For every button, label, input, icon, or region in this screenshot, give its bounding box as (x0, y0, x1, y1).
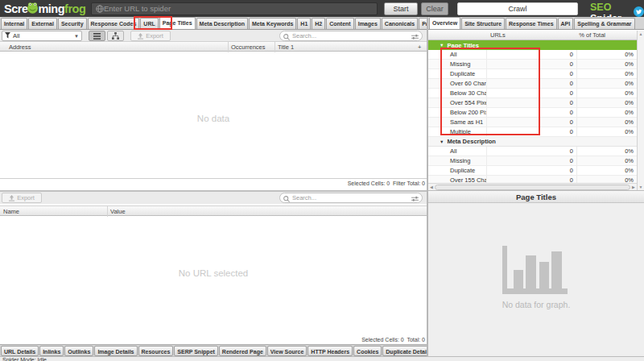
overview-row[interactable]: Over 155 Characters00% (428, 176, 637, 183)
collapse-triangle-icon: ▼ (440, 139, 444, 144)
overview-row[interactable]: Missing00% (428, 156, 637, 166)
tab-internal[interactable]: Internal (1, 18, 27, 29)
tab-page-titles[interactable]: Page Titles (159, 17, 196, 29)
tab-images[interactable]: Images (355, 18, 381, 29)
tree-view-button[interactable] (107, 31, 124, 41)
upper-search-box (279, 31, 423, 41)
lower-search-input[interactable] (292, 194, 409, 201)
search-options-icon[interactable] (411, 191, 419, 205)
overview-row[interactable]: Below 30 Characters00% (428, 89, 637, 98)
add-column-button[interactable]: + (418, 44, 421, 51)
scrollbar-thumb[interactable] (435, 185, 630, 190)
tab-canonicals[interactable]: Canonicals (382, 18, 418, 29)
overview-row[interactable]: Duplicate00% (428, 69, 637, 79)
overview-name-column (428, 31, 489, 39)
upper-table-header: Address Occurrences Title 1 + (0, 41, 427, 52)
tab-rendered-page[interactable]: Rendered Page (219, 346, 266, 356)
tab-url-details[interactable]: URL Details (1, 346, 39, 356)
upper-empty-message: No data (0, 114, 427, 123)
graph-empty-message: No data for graph. (428, 300, 644, 309)
tab-view-source[interactable]: View Source (267, 346, 308, 356)
column-divider (275, 42, 275, 52)
lower-toolbar: Export (0, 192, 427, 204)
tab-pagination[interactable]: Pagination (419, 18, 427, 29)
right-tab-bar: Overview Site Structure Response Times A… (428, 17, 644, 30)
collapse-triangle-icon: ▼ (440, 43, 444, 48)
overview-horizontal-scrollbar[interactable]: ◀ ▶ (428, 183, 637, 190)
overview-vertical-scrollbar[interactable]: ▲ ▼ (637, 31, 644, 190)
tab-external[interactable]: External (28, 18, 57, 29)
tab-image-details[interactable]: Image Details (94, 346, 137, 356)
tab-api[interactable]: API (558, 18, 574, 29)
scroll-down-icon[interactable]: ▼ (638, 184, 644, 190)
tab-spelling-grammar[interactable]: Spelling & Grammar (574, 18, 634, 29)
export-button[interactable]: Export (130, 31, 171, 41)
tab-duplicate-details[interactable]: Duplicate Details (382, 346, 427, 356)
frog-icon (27, 2, 38, 16)
lower-export-button[interactable]: Export (2, 193, 42, 203)
column-title1[interactable]: Title 1 (278, 44, 294, 51)
logo-text-mid: ming (38, 2, 64, 15)
tab-meta-keywords[interactable]: Meta Keywords (249, 18, 296, 29)
spider-mode-status: Spider Mode: Idle (2, 357, 47, 361)
upper-toolbar: All ▼ Export (0, 30, 427, 42)
crawl-mode-select[interactable]: Crawl (457, 2, 578, 15)
tab-overview[interactable]: Overview (429, 17, 460, 29)
section-title: Page Titles (447, 42, 478, 49)
upper-search-input[interactable] (292, 32, 409, 39)
scroll-left-icon[interactable]: ◀ (428, 185, 435, 189)
tab-url[interactable]: URL (140, 18, 158, 29)
column-address[interactable]: Address (9, 44, 31, 51)
brand-seo: SEO (590, 2, 611, 13)
column-occurrences[interactable]: Occurrences (231, 44, 266, 51)
upper-status: Selected Cells: 0 Filter Total: 0 (0, 180, 425, 186)
overview-row[interactable]: Over 554 Pixels00% (428, 98, 637, 108)
scroll-up-icon[interactable]: ▲ (638, 31, 644, 37)
tab-response-times[interactable]: Response Times (506, 18, 557, 29)
tab-serp-snippet[interactable]: SERP Snippet (174, 346, 218, 356)
tab-resources[interactable]: Resources (138, 346, 174, 356)
tab-meta-description[interactable]: Meta Description (196, 18, 248, 29)
overview-row[interactable]: Over 60 Characters00% (428, 79, 637, 89)
status-bar: Spider Mode: Idle (0, 356, 644, 361)
overview-row[interactable]: Multiple00% (428, 127, 637, 137)
tab-content[interactable]: Content (326, 18, 353, 29)
main-tab-bar: Internal External Security Response Code… (0, 17, 427, 30)
url-input[interactable] (104, 4, 373, 13)
overview-section-meta-description[interactable]: ▼ Meta Description (428, 137, 637, 147)
filter-dropdown[interactable]: All ▼ (2, 31, 82, 41)
export-icon (138, 33, 143, 39)
column-name[interactable]: Name (3, 208, 19, 215)
overview-row[interactable]: Same as H100% (428, 118, 637, 127)
tab-h1[interactable]: H1 (297, 18, 311, 29)
list-view-button[interactable] (89, 31, 105, 41)
overview-row[interactable]: Duplicate00% (428, 166, 637, 176)
clear-button[interactable]: Clear (421, 2, 448, 15)
export-label: Export (17, 194, 35, 201)
graph-panel: No data for graph. (428, 203, 644, 356)
overview-section-page-titles[interactable]: ▼ Page Titles (428, 40, 637, 50)
column-divider (228, 42, 229, 52)
overview-row[interactable]: Missing00% (428, 60, 637, 69)
tab-h2[interactable]: H2 (312, 18, 325, 29)
tab-outlinks[interactable]: Outlinks (64, 346, 93, 356)
tab-security[interactable]: Security (58, 18, 87, 29)
overview-row[interactable]: All00% (428, 50, 637, 60)
overview-row[interactable]: All00% (428, 147, 637, 156)
lower-table-body: No URL selected (0, 217, 427, 336)
overview-table: ▼ Page Titles All00% Missing00% Duplicat… (428, 40, 637, 183)
tab-cookies[interactable]: Cookies (353, 346, 382, 356)
scroll-right-icon[interactable]: ▶ (630, 185, 637, 189)
column-urls[interactable]: URLs (489, 31, 577, 39)
funnel-icon (5, 32, 10, 40)
tab-response-codes[interactable]: Response Codes (88, 18, 140, 29)
tab-inlinks[interactable]: Inlinks (39, 346, 64, 356)
url-input-container (91, 2, 378, 15)
column-value[interactable]: Value (110, 208, 126, 215)
logo-text-pre: Scre (4, 2, 27, 15)
column-pct-of-total[interactable]: % of Total (577, 31, 637, 39)
tab-site-structure[interactable]: Site Structure (461, 18, 505, 29)
start-button[interactable]: Start (384, 2, 418, 15)
overview-row[interactable]: Below 200 Pixels00% (428, 108, 637, 118)
tab-http-headers[interactable]: HTTP Headers (308, 346, 353, 356)
